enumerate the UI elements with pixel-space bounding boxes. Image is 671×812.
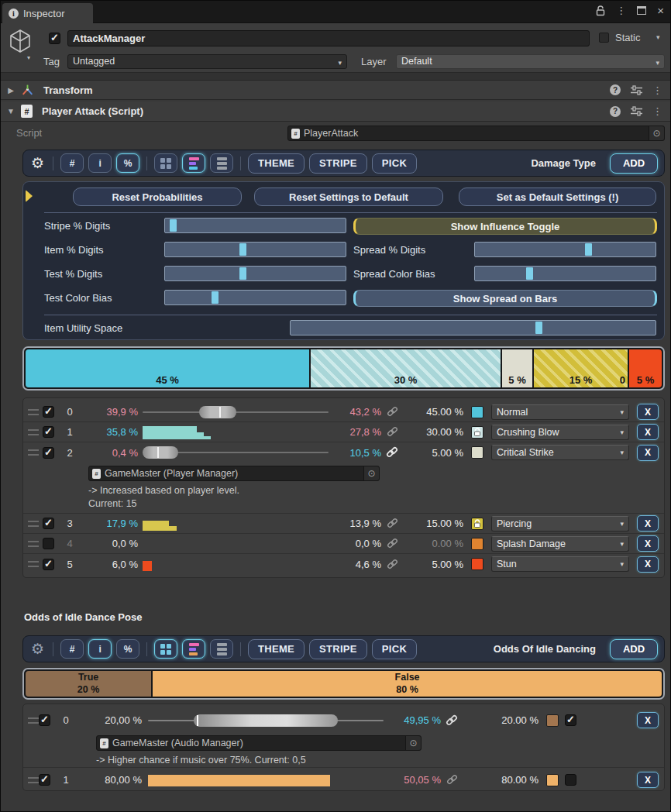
player-attack-header[interactable]: ▼ # Player Attack (Script) ? ⋮ — [1, 102, 670, 122]
presets-icon[interactable] — [631, 85, 642, 95]
remove-row-button[interactable]: X — [637, 404, 659, 420]
gameobject-cube-icon[interactable] — [9, 29, 32, 53]
row-left-value[interactable]: 0,4 % — [79, 447, 138, 459]
row-left-value[interactable]: 17,9 % — [79, 518, 138, 529]
static-dropdown-arrow-icon[interactable]: ▾ — [656, 33, 660, 41]
spread-bias-slider[interactable] — [474, 266, 656, 281]
hash-mode-button[interactable]: # — [60, 639, 84, 659]
pick-button[interactable]: PICK — [372, 639, 417, 659]
color-bars-view-button[interactable] — [182, 153, 205, 173]
maximize-icon[interactable] — [637, 6, 646, 15]
drag-handle-icon[interactable] — [28, 429, 39, 435]
row-range-slider[interactable] — [148, 709, 387, 732]
menu-kebab-icon[interactable]: ⋮ — [616, 5, 626, 16]
remove-row-button[interactable]: X — [637, 424, 659, 440]
drag-handle-icon[interactable] — [28, 409, 39, 415]
row-enabled-checkbox[interactable] — [39, 714, 50, 726]
influence-object-field[interactable]: # GameMaster (Player Manager) ⊙ — [88, 466, 380, 481]
color-swatch[interactable] — [471, 446, 483, 459]
drag-handle-icon[interactable] — [28, 541, 39, 547]
tag-dropdown[interactable]: Untagged ▾ — [67, 54, 347, 69]
row-left-value[interactable]: 0,0 % — [79, 538, 138, 549]
bar-segment[interactable]: 15 %0 — [534, 349, 629, 387]
gear-icon[interactable]: ⚙ — [31, 640, 44, 658]
color-swatch[interactable] — [471, 538, 483, 550]
color-swatch[interactable] — [471, 558, 483, 570]
stripe-button[interactable]: STRIPE — [309, 639, 367, 659]
slider-knob[interactable] — [212, 291, 219, 304]
bar-segment[interactable]: 30 % — [311, 349, 502, 387]
row-enabled-checkbox[interactable] — [43, 406, 54, 418]
foldout-collapsed-icon[interactable]: ▶ — [1, 86, 21, 95]
damage-type-dropdown[interactable]: Piercing▾ — [491, 516, 629, 532]
color-bars-view-button[interactable] — [182, 639, 205, 659]
link-icon[interactable] — [383, 559, 401, 570]
theme-button[interactable]: THEME — [248, 153, 305, 174]
stripe-digits-slider[interactable] — [164, 218, 346, 233]
damage-type-dropdown[interactable]: Critical Strike▾ — [491, 445, 629, 460]
script-object-field[interactable]: # PlayerAttack ⊙ — [287, 126, 665, 141]
row-percent[interactable]: 5.00 % — [401, 559, 463, 570]
damage-type-dropdown[interactable]: Stun▾ — [491, 556, 629, 572]
info-mode-button[interactable]: i — [88, 639, 112, 659]
bar-segment-true[interactable]: True 20 % — [26, 671, 153, 697]
row-percent[interactable]: 80.00 % — [461, 774, 539, 786]
layer-dropdown[interactable]: Default ▾ — [396, 54, 665, 69]
bar-segment[interactable]: 45 % — [26, 349, 311, 387]
slider-knob[interactable] — [526, 267, 533, 280]
lock-open-icon[interactable] — [596, 5, 605, 16]
row-enabled-checkbox[interactable] — [43, 559, 54, 570]
damage-type-dropdown[interactable]: Normal▾ — [491, 404, 629, 420]
static-checkbox[interactable] — [599, 33, 609, 43]
reset-settings-button[interactable]: Reset Settings to Default — [254, 188, 443, 206]
row-percent[interactable]: 0.00 % — [401, 538, 463, 549]
slider-knob[interactable] — [535, 322, 542, 334]
link-icon-active[interactable] — [383, 446, 401, 459]
hash-mode-button[interactable]: # — [60, 153, 84, 173]
remove-row-button[interactable]: X — [637, 515, 659, 532]
bar-segment[interactable]: 5 % — [629, 349, 662, 387]
link-icon[interactable] — [383, 538, 401, 549]
component-menu-icon[interactable]: ⋮ — [652, 105, 662, 117]
stripe-button[interactable]: STRIPE — [309, 153, 367, 174]
row-enabled-checkbox[interactable] — [43, 518, 54, 529]
slider-knob[interactable] — [585, 243, 592, 256]
remove-row-button[interactable]: X — [637, 772, 659, 788]
object-picker-icon[interactable]: ⊙ — [649, 126, 664, 140]
row-enabled-checkbox[interactable] — [43, 447, 54, 459]
set-default-settings-button[interactable]: Set as Default Settings (!) — [459, 188, 656, 206]
row-percent[interactable]: 5.00 % — [401, 447, 463, 459]
link-icon[interactable] — [442, 774, 461, 786]
item-utility-slider[interactable] — [290, 320, 656, 335]
color-swatch[interactable] — [471, 406, 483, 418]
row-percent[interactable]: 15.00 % — [401, 518, 463, 529]
odds-probability-bar[interactable]: True 20 % False 80 % — [22, 668, 665, 700]
foldout-expanded-icon[interactable]: ▼ — [1, 107, 21, 115]
color-swatch-locked[interactable] — [471, 426, 483, 439]
show-spread-on-bars-button[interactable]: Show Spread on Bars — [353, 290, 657, 307]
color-swatch[interactable] — [546, 714, 559, 727]
close-icon[interactable]: × — [657, 6, 664, 15]
info-mode-button[interactable]: i — [88, 153, 112, 173]
presets-icon[interactable] — [631, 106, 642, 116]
row-enabled-checkbox[interactable] — [43, 538, 54, 549]
add-button[interactable]: ADD — [610, 153, 658, 174]
row-left-value[interactable]: 20,00 % — [75, 714, 142, 726]
bar-segment[interactable]: 5 % — [502, 349, 534, 387]
influence-object-field[interactable]: # GameMaster (Audio Manager) ⊙ — [96, 735, 422, 751]
list-bars-view-button[interactable] — [210, 639, 233, 659]
bar-segment-false[interactable]: False 80 % — [153, 671, 662, 697]
object-picker-icon[interactable]: ⊙ — [363, 466, 379, 480]
tab-inspector[interactable]: i Inspector — [2, 3, 93, 23]
reset-probabilities-button[interactable]: Reset Probabilities — [73, 188, 242, 206]
slider-knob[interactable] — [239, 267, 246, 280]
row-enabled-checkbox[interactable] — [39, 774, 50, 786]
row-left-value[interactable]: 39,9 % — [79, 406, 138, 418]
grid-view-button[interactable] — [154, 639, 177, 659]
theme-button[interactable]: THEME — [248, 639, 305, 659]
gameobject-enabled-checkbox[interactable] — [49, 33, 60, 44]
slider-knob[interactable] — [170, 219, 177, 232]
drag-handle-icon[interactable] — [28, 449, 39, 456]
gameobject-name-input[interactable]: AttackManager — [67, 30, 590, 46]
drag-handle-icon[interactable] — [28, 561, 39, 567]
